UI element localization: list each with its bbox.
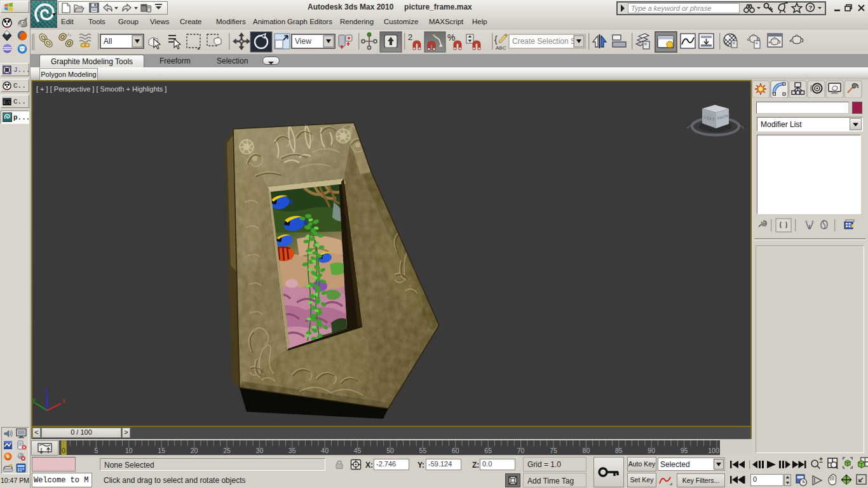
- svg-text:55: 55: [419, 447, 427, 454]
- svg-text:Create Selection Se: Create Selection Se: [512, 37, 580, 46]
- svg-text:%: %: [447, 32, 455, 43]
- svg-text:x: x: [62, 397, 65, 404]
- svg-text:30: 30: [256, 447, 264, 454]
- svg-text:60: 60: [452, 447, 459, 454]
- svg-text:0: 0: [62, 447, 65, 454]
- svg-text:View: View: [295, 37, 311, 46]
- svg-text:65: 65: [484, 447, 492, 454]
- svg-text:95: 95: [681, 447, 688, 454]
- svg-text:85: 85: [615, 447, 623, 454]
- svg-text:2: 2: [408, 32, 412, 42]
- svg-text:y: y: [32, 396, 36, 403]
- svg-text:C:\: C:\: [4, 100, 11, 104]
- svg-text:75: 75: [550, 447, 557, 454]
- svg-text:{: {: [494, 34, 498, 44]
- svg-text:40: 40: [321, 447, 329, 454]
- svg-text:70: 70: [517, 447, 525, 454]
- svg-text:All: All: [104, 37, 112, 46]
- svg-text:10: 10: [125, 447, 133, 454]
- svg-text:z: z: [45, 387, 48, 394]
- svg-text:ABC: ABC: [496, 45, 506, 51]
- svg-text:90: 90: [648, 447, 655, 454]
- svg-text:15: 15: [158, 447, 165, 454]
- svg-text:45: 45: [354, 447, 362, 454]
- svg-text:35: 35: [288, 447, 296, 454]
- svg-text:80: 80: [583, 447, 590, 454]
- svg-text:?: ?: [808, 4, 812, 11]
- svg-text:20: 20: [191, 447, 198, 454]
- svg-text:25: 25: [223, 447, 231, 454]
- svg-text:5: 5: [94, 447, 98, 454]
- svg-text:50: 50: [386, 447, 394, 454]
- svg-text:100: 100: [708, 447, 719, 454]
